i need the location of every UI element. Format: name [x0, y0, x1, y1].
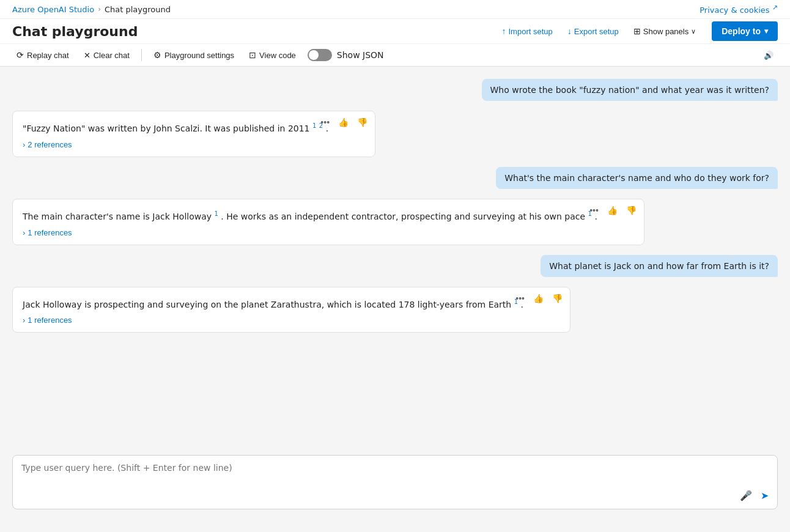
page-header-row: Chat playground ↑ Import setup ↓ Export …	[0, 19, 790, 43]
import-export-actions: ↑ Import setup ↓ Export setup ⊞ Show pan…	[498, 24, 700, 39]
deploy-chevron-icon: ▾	[764, 27, 768, 35]
show-json-label: Show JSON	[337, 50, 384, 60]
settings-icon: ⚙	[153, 50, 161, 60]
messages-container: Who wrote the book "fuzzy nation" and wh…	[0, 67, 790, 449]
deploy-button[interactable]: Deploy to ▾	[712, 21, 778, 41]
message-more-button[interactable]: •••	[513, 292, 527, 305]
user-message: What planet is Jack on and how far from …	[541, 255, 778, 277]
replay-icon: ⟳	[17, 50, 24, 60]
toolbar-row: ⟳ Replay chat ✕ Clear chat ⚙ Playground …	[0, 43, 790, 66]
toggle-thumb	[309, 50, 319, 60]
references-toggle-3[interactable]: › 1 references	[23, 316, 72, 325]
chevron-right-icon: ›	[23, 140, 25, 149]
references-toggle-2[interactable]: › 1 references	[23, 228, 72, 237]
message-text: Jack Holloway is prospecting and surveyi…	[23, 297, 560, 311]
message-more-button[interactable]: •••	[587, 204, 601, 216]
export-setup-button[interactable]: ↓ Export setup	[564, 24, 622, 39]
show-json-toggle[interactable]	[308, 49, 332, 61]
privacy-link[interactable]: Privacy & cookies ↗	[700, 4, 778, 15]
message-thumbdown-button[interactable]: 👎	[355, 116, 370, 128]
assistant-message: ••• 👍 👎 Jack Holloway is prospecting and…	[12, 287, 570, 333]
speaker-icon: 🔊	[764, 51, 773, 60]
toolbar-divider	[141, 49, 142, 61]
message-text: The main character's name is Jack Hollow…	[23, 209, 634, 223]
breadcrumb-studio-link[interactable]: Azure OpenAI Studio	[12, 5, 94, 14]
chevron-right-icon: ›	[23, 316, 25, 325]
mic-button[interactable]: 🎤	[737, 487, 755, 504]
panels-icon: ⊞	[633, 26, 641, 36]
chevron-down-icon: ∨	[691, 28, 696, 35]
assistant-message: ••• 👍 👎 The main character's name is Jac…	[12, 199, 644, 245]
chat-input[interactable]	[13, 456, 777, 507]
message-thumbdown-button[interactable]: 👎	[550, 292, 565, 305]
send-button[interactable]: ➤	[758, 487, 771, 504]
message-thumbup-button[interactable]: 👍	[605, 204, 620, 216]
message-more-button[interactable]: •••	[318, 116, 332, 128]
message-thumbup-button[interactable]: 👍	[531, 292, 546, 305]
page-title: Chat playground	[12, 24, 138, 39]
speaker-button[interactable]: 🔊	[757, 47, 780, 64]
breadcrumb-row: Azure OpenAI Studio › Chat playground Pr…	[0, 0, 790, 19]
import-icon: ↑	[502, 26, 506, 36]
external-link-icon: ↗	[772, 4, 778, 12]
references-toggle-1[interactable]: › 2 references	[23, 140, 72, 149]
clear-chat-button[interactable]: ✕ Clear chat	[77, 47, 136, 64]
clear-icon: ✕	[84, 51, 90, 60]
breadcrumb-separator: ›	[98, 5, 101, 13]
chat-input-area: 🎤 ➤	[12, 455, 778, 509]
show-panels-button[interactable]: ⊞ Show panels ∨	[630, 24, 700, 39]
show-json-toggle-container: Show JSON	[308, 49, 384, 61]
export-icon: ↓	[567, 26, 572, 36]
message-thumbup-button[interactable]: 👍	[336, 116, 351, 128]
code-icon: ⊡	[249, 50, 256, 60]
message-actions: ••• 👍 👎	[587, 204, 639, 216]
breadcrumb-current: Chat playground	[105, 5, 171, 14]
user-message: Who wrote the book "fuzzy nation" and wh…	[482, 79, 778, 101]
message-actions: ••• 👍 👎	[513, 292, 565, 305]
superscript-1: 1	[312, 122, 316, 129]
user-message: What's the main character's name and who…	[496, 167, 778, 189]
message-thumbdown-button[interactable]: 👎	[624, 204, 639, 216]
toggle-track	[308, 49, 332, 61]
chevron-right-icon: ›	[23, 228, 25, 237]
playground-settings-button[interactable]: ⚙ Playground settings	[147, 46, 241, 64]
main-layout: Who wrote the book "fuzzy nation" and wh…	[0, 67, 790, 519]
chat-input-actions: 🎤 ➤	[737, 487, 771, 504]
assistant-message: ••• 👍 👎 "Fuzzy Nation" was written by Jo…	[12, 111, 375, 157]
message-actions: ••• 👍 👎	[318, 116, 370, 128]
message-text: "Fuzzy Nation" was written by John Scalz…	[23, 121, 365, 135]
full-header: Azure OpenAI Studio › Chat playground Pr…	[0, 0, 790, 67]
chat-area: Who wrote the book "fuzzy nation" and wh…	[0, 67, 790, 519]
view-code-button[interactable]: ⊡ View code	[242, 46, 303, 64]
superscript-1: 1	[215, 210, 218, 217]
breadcrumb: Azure OpenAI Studio › Chat playground	[12, 5, 171, 14]
import-setup-button[interactable]: ↑ Import setup	[498, 24, 556, 39]
replay-chat-button[interactable]: ⟳ Replay chat	[10, 46, 76, 64]
